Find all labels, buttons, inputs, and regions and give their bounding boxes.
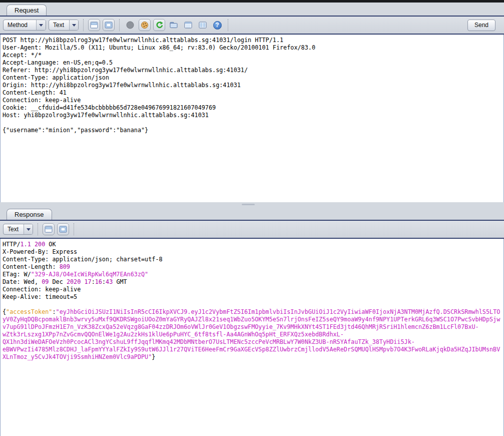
tab-request[interactable]: Request xyxy=(7,5,47,16)
stacked-view-icon xyxy=(184,22,192,29)
request-format-dropdown-value: Text xyxy=(49,22,69,29)
request-tab-row: Request xyxy=(0,3,504,16)
request-toolbar: Method Text xyxy=(0,17,504,34)
response-format-dropdown-value: Text xyxy=(4,226,24,233)
cookie-icon xyxy=(141,21,149,29)
response-toolbar: Text xyxy=(0,221,504,238)
record-icon xyxy=(126,21,134,29)
side-by-side-view-icon xyxy=(199,22,207,29)
response-editor[interactable]: HTTP/1.1 200 OK X-Powered-By: Express Co… xyxy=(0,239,504,436)
stacked-view-icon-button[interactable] xyxy=(182,19,194,31)
side-by-side-view-icon-button[interactable] xyxy=(197,19,209,31)
toolbar-separator xyxy=(38,223,38,235)
split-panel-icon xyxy=(45,226,53,233)
toolbar-separator xyxy=(74,223,74,235)
request-format-dropdown[interactable]: Text xyxy=(49,20,79,31)
tab-request-label: Request xyxy=(15,7,39,14)
toolbar-separator xyxy=(228,19,228,31)
follow-redirects-icon xyxy=(155,21,163,29)
split-panel-icon-button[interactable] xyxy=(43,223,55,235)
split-pane-divider[interactable] xyxy=(0,202,504,207)
request-editor-text: POST http://yhi8bpzolrog3yw17fe0wlwrnwll… xyxy=(1,35,503,136)
split-panel-icon xyxy=(90,22,98,29)
toolbar-separator xyxy=(119,19,120,31)
chevron-down-icon xyxy=(69,20,78,30)
request-editor[interactable]: POST http://yhi8bpzolrog3yw17fe0wlwrnwll… xyxy=(0,35,504,202)
combined-panel-icon xyxy=(105,22,113,29)
response-format-dropdown[interactable]: Text xyxy=(3,224,33,235)
manual-request-editor-window: Request Method Text xyxy=(0,0,504,436)
help-icon: ? xyxy=(213,21,222,30)
response-tab-row: Response xyxy=(0,207,504,220)
help-icon-button[interactable]: ? xyxy=(211,19,223,31)
combined-panel-icon-button[interactable] xyxy=(103,19,115,31)
combined-panel-icon xyxy=(59,226,67,233)
detach-window-icon xyxy=(170,22,178,29)
tab-response-label: Response xyxy=(15,211,44,218)
follow-redirects-icon-button[interactable] xyxy=(153,19,165,31)
tab-response[interactable]: Response xyxy=(7,209,52,220)
chevron-down-icon xyxy=(24,224,33,234)
combined-panel-icon-button[interactable] xyxy=(57,223,69,235)
send-button[interactable]: Send xyxy=(467,20,495,31)
record-icon-button[interactable] xyxy=(124,19,136,31)
split-panel-icon-button[interactable] xyxy=(88,19,100,31)
chevron-down-icon xyxy=(36,20,46,30)
toolbar-separator xyxy=(83,19,84,31)
cookie-icon-button[interactable] xyxy=(139,19,151,31)
response-editor-text: HTTP/1.1 200 OK X-Powered-By: Express Co… xyxy=(1,239,503,363)
method-dropdown[interactable]: Method xyxy=(3,20,46,31)
method-dropdown-value: Method xyxy=(4,22,36,29)
detach-window-icon-button[interactable] xyxy=(168,19,180,31)
